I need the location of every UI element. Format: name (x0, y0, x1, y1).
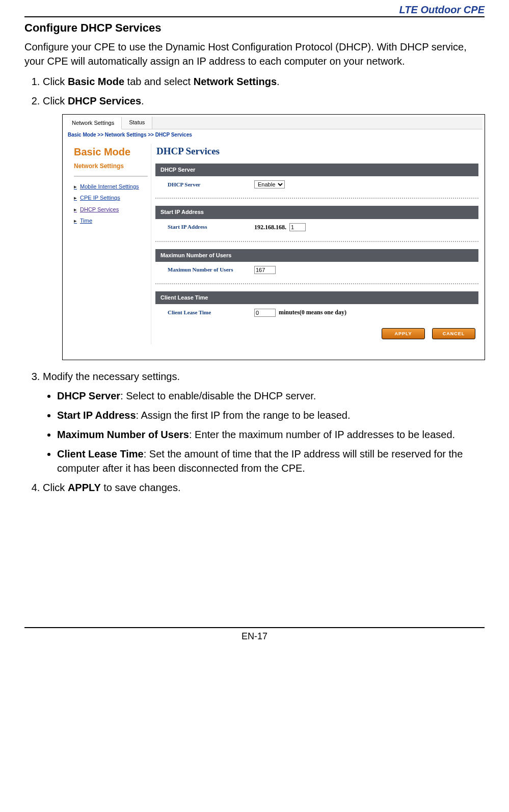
step1-mid: tab and select (124, 76, 194, 87)
main-pane: DHCP Services DHCP Server DHCP Server En… (155, 144, 483, 344)
step-2: Click DHCP Services. Network Settings St… (43, 94, 485, 360)
step1-post: . (277, 76, 280, 87)
label-start-ip: Start IP Address (168, 223, 249, 231)
sidebar-item-cpe-ip[interactable]: ▸CPE IP Settings (74, 192, 148, 203)
button-row: APPLY CANCEL (155, 326, 478, 339)
divider (155, 283, 478, 284)
doc-header-label: LTE Outdoor CPE (24, 0, 485, 17)
intro-paragraph: Configure your CPE to use the Dynamic Ho… (24, 40, 485, 68)
block-header-lease: Client Lease Time (155, 291, 478, 304)
bullet-icon: ▸ (74, 183, 77, 190)
apply-button[interactable]: APPLY (382, 328, 425, 339)
step2-bold: DHCP Services (68, 95, 141, 106)
step2-pre: Click (43, 95, 68, 106)
bullet-label: Maximum Number of Users (57, 429, 189, 440)
bullet-lease-time: Client Lease Time: Set the amount of tim… (57, 447, 485, 475)
lease-hint: minutes(0 means one day) (279, 308, 346, 317)
block-header-max-users: Maximun Number of Users (155, 249, 478, 262)
divider (155, 241, 478, 242)
step-4: Click APPLY to save changes. (43, 480, 485, 495)
block-dhcp-server: DHCP Server DHCP Server Enable (155, 164, 478, 194)
bullet-label: Start IP Address (57, 410, 136, 421)
block-header-dhcp: DHCP Server (155, 164, 478, 176)
section-title: Configure DHCP Services (24, 21, 485, 35)
sidebar-item-label: Time (80, 217, 92, 224)
bullet-start-ip: Start IP Address: Assign the first IP fr… (57, 408, 485, 422)
step2-post: . (141, 95, 144, 106)
step4-pre: Click (43, 482, 68, 493)
page-number: EN-17 (24, 627, 485, 642)
bullet-icon: ▸ (74, 194, 77, 201)
step4-bold: APPLY (68, 482, 101, 493)
block-start-ip: Start IP Address Start IP Address 192.16… (155, 206, 478, 236)
label-dhcp-server: DHCP Server (168, 181, 249, 188)
bullet-label: DHCP Server (57, 390, 120, 401)
input-max-users[interactable] (254, 266, 276, 274)
sidebar-item-time[interactable]: ▸Time (74, 215, 148, 226)
sidebar-item-dhcp-services[interactable]: ▸DHCP Services (74, 204, 148, 215)
bullet-max-users: Maximum Number of Users: Enter the maxim… (57, 427, 485, 442)
bullet-text: : Assign the first IP from the range to … (136, 410, 351, 421)
label-lease: Client Lease Time (168, 309, 249, 316)
step-3: Modify the necessary settings. DHCP Serv… (43, 369, 485, 475)
mode-title: Basic Mode (74, 144, 148, 160)
bullet-icon: ▸ (74, 206, 77, 213)
page-title: DHCP Services (155, 144, 478, 164)
tab-network-settings[interactable]: Network Settings (65, 117, 122, 129)
bullet-text: : Enter the maximum number of IP address… (189, 429, 455, 440)
mode-subtitle: Network Settings (74, 160, 148, 174)
bullet-text: : Select to enable/disable the DHCP serv… (120, 390, 316, 401)
step-1: Click Basic Mode tab and select Network … (43, 74, 485, 89)
sidebar: Basic Mode Network Settings ▸Mobile Inte… (65, 144, 151, 344)
sidebar-item-mobile-internet[interactable]: ▸Mobile Internet Settings (74, 181, 148, 192)
step1-bold1: Basic Mode (68, 76, 124, 87)
bullet-dhcp-server: DHCP Server: Select to enable/disable th… (57, 389, 485, 403)
block-lease-time: Client Lease Time Client Lease Time minu… (155, 291, 478, 322)
input-lease-time[interactable] (254, 309, 276, 317)
input-start-ip[interactable] (289, 223, 306, 231)
start-ip-prefix: 192.168.168. (254, 223, 286, 232)
router-ui-screenshot: Network Settings Status Basic Mode >> Ne… (62, 114, 485, 360)
bullet-icon: ▸ (74, 217, 77, 224)
top-tabs: Network Settings Status (65, 117, 483, 129)
cancel-button[interactable]: CANCEL (432, 328, 475, 339)
step1-pre: Click (43, 76, 68, 87)
block-header-start-ip: Start IP Address (155, 206, 478, 219)
select-dhcp-server[interactable]: Enable (254, 180, 285, 188)
block-max-users: Maximun Number of Users Maximun Number o… (155, 249, 478, 279)
step1-bold2: Network Settings (194, 76, 277, 87)
divider (155, 198, 478, 199)
tab-status[interactable]: Status (122, 117, 152, 129)
sidebar-item-label: Mobile Internet Settings (80, 183, 139, 190)
sidebar-item-label: CPE IP Settings (80, 194, 120, 201)
bullet-label: Client Lease Time (57, 448, 144, 459)
step4-post: to save changes. (101, 482, 181, 493)
label-max-users: Maximun Number of Users (168, 266, 249, 274)
step3-text: Modify the necessary settings. (43, 371, 180, 382)
sidebar-item-label: DHCP Services (80, 206, 119, 213)
breadcrumb: Basic Mode >> Network Settings >> DHCP S… (65, 129, 483, 144)
sidebar-divider (74, 176, 148, 177)
